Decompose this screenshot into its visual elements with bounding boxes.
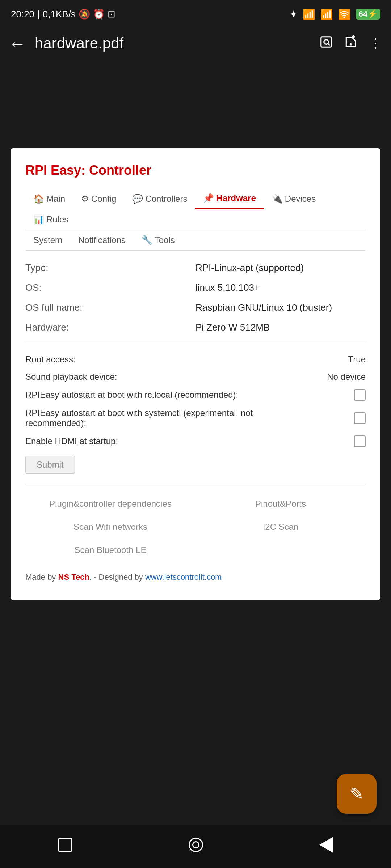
- status-bar: 20:20 | 0,1KB/s 🔕 ⏰ ⊡ ✦ 📶 📶 🛜 64 ⚡: [0, 0, 391, 25]
- tab-system[interactable]: System: [25, 230, 70, 250]
- bluetooth-icon: ✦: [289, 8, 298, 20]
- link-pinout[interactable]: Pinout&Ports: [196, 492, 366, 515]
- main-content: RPI Easy: Controller 🏠 Main ⚙ Config 💬 C…: [0, 134, 391, 629]
- more-vert-icon[interactable]: ⋮: [369, 35, 382, 51]
- footer: Made by NS Tech. - Designed by www.letsc…: [25, 573, 366, 582]
- hardware-value: Pi Zero W 512MB: [196, 322, 366, 333]
- tab-tools-label: Tools: [155, 235, 175, 245]
- signal-icon: 📶: [303, 8, 315, 20]
- bottom-nav: [0, 825, 391, 868]
- nav-circle-icon: [189, 838, 203, 852]
- footer-website[interactable]: www.letscontrolit.com: [145, 573, 222, 582]
- tab-tools[interactable]: 🔧 Tools: [134, 230, 183, 250]
- status-alarm-icon: ⏰: [93, 9, 105, 20]
- tools-icon: 🔧: [142, 235, 152, 245]
- setting-root-access: Root access: True: [25, 351, 366, 368]
- tab-notifications-label: Notifications: [78, 235, 126, 245]
- main-tab-icon: 🏠: [33, 194, 44, 204]
- nav-home-button[interactable]: [189, 838, 203, 855]
- battery-charge-icon: ⚡: [367, 9, 377, 19]
- nav-recent-apps-button[interactable]: [58, 838, 72, 855]
- signal2-icon: 📶: [320, 8, 333, 20]
- back-button[interactable]: ←: [9, 34, 26, 54]
- setting-autostart-rclocal: RPIEasy autostart at boot with rc.local …: [25, 386, 366, 404]
- root-access-label: Root access:: [25, 354, 298, 365]
- fab-button[interactable]: ✎: [337, 774, 377, 814]
- tab-config-label: Config: [91, 194, 116, 204]
- hdmi-checkbox[interactable]: [354, 435, 366, 447]
- info-row-hardware: Hardware: Pi Zero W 512MB: [25, 318, 366, 337]
- footer-brand: NS Tech: [58, 573, 89, 582]
- status-time: 20:20: [11, 9, 34, 20]
- links-grid: Plugin&controller dependencies Pinout&Po…: [25, 492, 366, 562]
- hardware-label: Hardware:: [25, 322, 178, 333]
- sound-device-label: Sound playback device:: [25, 372, 298, 382]
- autostart-systemctl-checkbox[interactable]: [354, 412, 366, 424]
- rules-tab-icon: 📊: [33, 214, 44, 225]
- setting-sound-device: Sound playback device: No device: [25, 368, 366, 386]
- svg-rect-0: [321, 37, 332, 47]
- spacer-top: [0, 61, 391, 134]
- info-row-type: Type: RPI-Linux-apt (supported): [25, 258, 366, 278]
- type-label: Type:: [25, 262, 178, 273]
- nav-triangle-icon: [319, 837, 333, 853]
- link-i2c-scan[interactable]: I2C Scan: [196, 515, 366, 539]
- root-access-value: True: [348, 354, 366, 365]
- status-nfc-icon: ⊡: [108, 9, 115, 20]
- hdmi-label: Enable HDMI at startup:: [25, 436, 298, 446]
- status-separator: |: [37, 9, 40, 20]
- tab-hardware[interactable]: 📌 Hardware: [195, 188, 264, 209]
- os-label: OS:: [25, 282, 178, 293]
- page-title: RPI Easy: Controller: [25, 163, 366, 178]
- link-scan-bluetooth[interactable]: Scan Bluetooth LE: [25, 539, 196, 562]
- pdf-card: RPI Easy: Controller 🏠 Main ⚙ Config 💬 C…: [11, 148, 380, 600]
- tab-rules[interactable]: 📊 Rules: [25, 209, 76, 230]
- battery-level: 64: [359, 9, 367, 19]
- link-plugin-deps[interactable]: Plugin&controller dependencies: [25, 492, 196, 515]
- devices-tab-icon: 🔌: [272, 194, 283, 204]
- fab-icon: ✎: [350, 784, 364, 804]
- tabs-row-1: 🏠 Main ⚙ Config 💬 Controllers 📌 Hardware…: [25, 188, 366, 230]
- autostart-rclocal-checkbox[interactable]: [354, 389, 366, 401]
- controllers-tab-icon: 💬: [132, 194, 143, 204]
- app-bar-actions: + ⋮: [319, 35, 382, 52]
- svg-line-2: [328, 43, 330, 45]
- os-full-label: OS full name:: [25, 302, 178, 313]
- submit-button[interactable]: Submit: [25, 456, 75, 474]
- status-right: ✦ 📶 📶 🛜 64 ⚡: [289, 8, 380, 20]
- config-tab-icon: ⚙: [81, 194, 89, 204]
- type-value: RPI-Linux-apt (supported): [196, 262, 366, 273]
- footer-separator: . - Designed by: [89, 573, 145, 582]
- tab-devices-label: Devices: [285, 194, 316, 204]
- settings-section: Root access: True Sound playback device:…: [25, 351, 366, 451]
- search-in-file-icon[interactable]: [319, 35, 333, 52]
- tab-notifications[interactable]: Notifications: [70, 230, 134, 250]
- info-row-os: OS: linux 5.10.103+: [25, 278, 366, 298]
- status-left: 20:20 | 0,1KB/s 🔕 ⏰ ⊡: [11, 9, 115, 20]
- tab-config[interactable]: ⚙ Config: [73, 188, 124, 209]
- info-section: Type: RPI-Linux-apt (supported) OS: linu…: [25, 258, 366, 337]
- annotate-icon[interactable]: +: [344, 35, 358, 52]
- tab-main[interactable]: 🏠 Main: [25, 188, 73, 209]
- autostart-rclocal-label: RPIEasy autostart at boot with rc.local …: [25, 390, 298, 400]
- tab-system-label: System: [33, 235, 62, 245]
- setting-hdmi: Enable HDMI at startup:: [25, 432, 366, 451]
- tab-rules-label: Rules: [46, 214, 68, 225]
- divider-1: [25, 344, 366, 344]
- tab-controllers[interactable]: 💬 Controllers: [124, 188, 195, 209]
- divider-2: [25, 485, 366, 485]
- nav-back-button[interactable]: [319, 837, 333, 856]
- link-scan-wifi[interactable]: Scan Wifi networks: [25, 515, 196, 539]
- app-bar-title: hardware.pdf: [35, 35, 319, 52]
- os-full-value: Raspbian GNU/Linux 10 (buster): [196, 302, 366, 313]
- footer-made-by: Made by: [25, 573, 58, 582]
- status-data-speed: 0,1KB/s: [43, 9, 76, 20]
- tab-devices[interactable]: 🔌 Devices: [264, 188, 324, 209]
- app-bar: ← hardware.pdf + ⋮: [0, 25, 391, 61]
- battery-indicator: 64 ⚡: [356, 9, 380, 20]
- tab-hardware-label: Hardware: [216, 193, 256, 203]
- tab-controllers-label: Controllers: [145, 194, 187, 204]
- tabs-row-2: System Notifications 🔧 Tools: [25, 230, 366, 251]
- autostart-systemctl-label: RPIEasy autostart at boot with systemctl…: [25, 408, 298, 428]
- nav-square-icon: [58, 838, 72, 852]
